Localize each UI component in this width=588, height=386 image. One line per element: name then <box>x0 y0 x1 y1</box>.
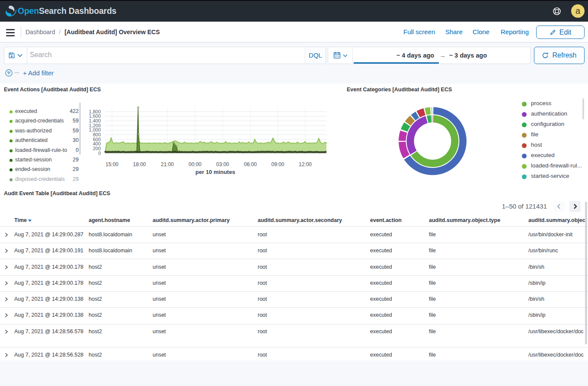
svg-text:1,400: 1,400 <box>89 118 101 123</box>
svg-text:1,200: 1,200 <box>89 123 101 128</box>
svg-text:200: 200 <box>93 146 101 151</box>
svg-text:600: 600 <box>93 137 101 142</box>
svg-text:400: 400 <box>93 141 101 146</box>
svg-text:1,600: 1,600 <box>89 113 101 119</box>
svg-text:18:00: 18:00 <box>133 161 146 167</box>
svg-text:per 10 minutes: per 10 minutes <box>195 169 235 175</box>
svg-text:06:00: 06:00 <box>244 161 257 167</box>
svg-text:0: 0 <box>98 151 101 156</box>
svg-text:00:00: 00:00 <box>189 161 201 167</box>
svg-text:03:00: 03:00 <box>216 161 229 167</box>
svg-text:21:00: 21:00 <box>161 161 174 167</box>
svg-text:1,800: 1,800 <box>89 109 101 114</box>
svg-text:09:00: 09:00 <box>271 161 284 167</box>
svg-text:15:00: 15:00 <box>105 161 118 167</box>
svg-text:800: 800 <box>93 132 101 137</box>
svg-text:1,000: 1,000 <box>89 127 101 132</box>
svg-text:12:00: 12:00 <box>299 161 312 167</box>
